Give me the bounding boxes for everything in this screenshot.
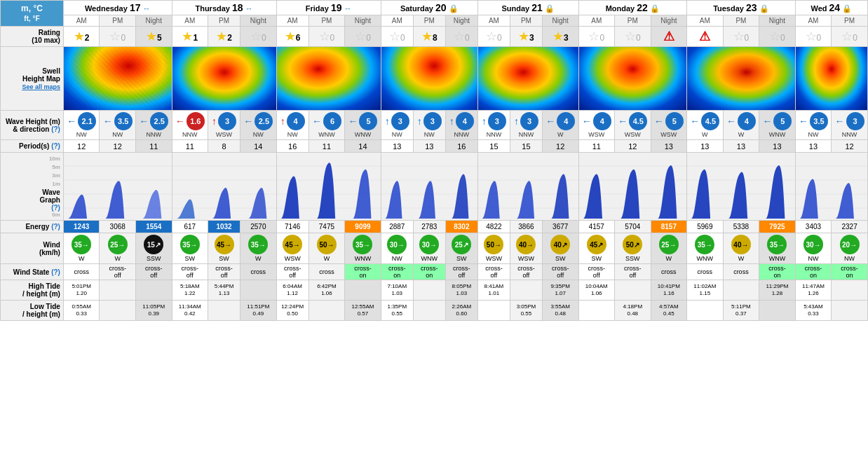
wave-graph-sat20 [381,153,477,221]
ht-mon22-pm [615,280,651,301]
wind-sat20-night: 25↗ SW [445,233,477,264]
lt-thu18-pm [208,301,240,321]
metric-unit: m, °C [21,4,43,13]
ws-wed24-am: cross-on [795,264,832,280]
energy-wed24-pm: 2327 [832,221,868,233]
period-sun21-pm-val: 15 [510,140,542,153]
period-mon22-night: Night [651,15,687,27]
wave-graph-help[interactable]: (?) [51,204,60,212]
period-help[interactable]: (?) [51,142,60,150]
energy-wed24-am: 3403 [795,221,832,233]
energy-wed17-pm: 3068 [100,221,136,233]
period-thu18-night: Night [240,15,277,27]
energy-row: Energy (?) 1243 3068 1554 617 1032 2570 … [1,221,868,233]
day-sat20: Saturday 20 🔒 [381,1,477,15]
lt-wed17-night: 11:05PM0.39 [135,301,172,321]
day-fri19: Friday 19 ↔ [276,1,381,15]
period-wed17-am-val: 12 [63,140,100,153]
wave-graph-thu18 [172,153,276,221]
ws-mon22-am: cross-off [578,264,615,280]
swell-map-wed17[interactable] [63,47,172,111]
swell-map-fri19[interactable] [276,47,381,111]
wind-state-help[interactable]: (?) [51,268,60,276]
ws-mon22-pm: cross-off [615,264,651,280]
ht-sun21-am: 8:41AM1.01 [477,280,510,301]
high-tide-label: High Tide/ height (m) [1,280,64,301]
ht-wed17-pm [100,280,136,301]
ws-fri19-pm: cross [308,264,345,280]
low-tide-label: Low Tide/ height (m) [1,301,64,321]
ws-thu18-am: cross-off [172,264,208,280]
ws-wed24-pm: cross-on [832,264,868,280]
wind-mon22-am: 45↗ SW [578,233,615,264]
wave-svg-wed17 [64,159,172,219]
ws-wed17-night: cross-off [135,264,172,280]
expand-icon-wed17[interactable]: ↔ [143,4,151,13]
lock-icon-wed24: 🔒 [842,4,852,13]
ws-mon22-night: cross [651,264,687,280]
expand-icon-thu18[interactable]: ↔ [245,4,253,13]
ht-thu18-night [240,280,277,301]
wind-fri19-pm: 50→ W [308,233,345,264]
lt-tue23-am [687,301,724,321]
wind-mon22-night: 25→ W [651,233,687,264]
period-sun21-night: Night [542,15,578,27]
wave-graph-fri19 [276,153,381,221]
energy-help[interactable]: (?) [51,223,60,231]
lt-wed24-am: 5:43AM0.33 [795,301,832,321]
period-tue23-night: Night [759,15,796,27]
lt-wed24-pm [832,301,868,321]
period-fri19-pm: PM [308,15,345,27]
wave-wed24-am: ← 3.5 NW [795,111,832,140]
period-label: Period(s) (?) [1,140,64,153]
wave-svg-thu18 [172,159,276,219]
wind-tue23-am: 35→ WNW [687,233,724,264]
ws-sat20-am: cross-on [381,264,413,280]
period-tue23-night-val: 13 [759,140,796,153]
lt-wed17-pm [100,301,136,321]
period-row: Period(s) (?) 12 12 11 11 8 14 16 11 14 … [1,140,868,153]
period-sat20-pm: PM [413,15,445,27]
wave-sun21-pm: ↑ 3 NNW [510,111,542,140]
ht-mon22-am: 10:04AM1.06 [578,280,615,301]
swell-map-tue23[interactable] [687,47,796,111]
wave-height-help[interactable]: (?) [51,125,60,133]
expand-icon-fri19[interactable]: ↔ [344,4,352,13]
period-header-row: AM PM Night AM PM Night AM PM Night AM P… [1,15,868,27]
wind-tue23-pm: 40→ W [723,233,759,264]
rating-tue23-pm: ☆0 [723,27,759,47]
wind-row: Wind(km/h) 35→ W 25→ W 15↗ SSW [1,233,868,264]
energy-fri19-am: 7146 [276,221,308,233]
energy-sun21-night: 3677 [542,221,578,233]
ws-sun21-night: cross-off [542,264,578,280]
ht-wed24-am: 11:47AM1.26 [795,280,832,301]
ws-tue23-night: cross-on [759,264,796,280]
ht-thu18-pm: 5:44PM1.13 [208,280,240,301]
swell-map-wed24[interactable] [795,47,867,111]
energy-thu18-pm: 1032 [208,221,240,233]
swell-map-thu18[interactable] [172,47,276,111]
period-sun21-pm: PM [510,15,542,27]
swell-map-sun21[interactable] [477,47,578,111]
wind-wed24-am: 30→ NW [795,233,832,264]
wind-sun21-night: 40↗ SW [542,233,578,264]
lt-fri19-am: 12:24PM0.50 [276,301,308,321]
wave-mon22-pm: ← 4.5 WSW [615,111,651,140]
period-fri19-am-val: 16 [276,140,308,153]
period-thu18-am: AM [172,15,208,27]
wave-thu18-am: ← 1.6 NNW [172,111,208,140]
rating-sun21-pm: ★3 [510,27,542,47]
swell-map-sat20[interactable] [381,47,477,111]
unit-label: m, °C ft, °F [1,1,64,27]
ws-sun21-pm: cross-off [510,264,542,280]
period-wed17-pm: PM [100,15,136,27]
lt-mon22-pm: 4:18PM0.48 [615,301,651,321]
period-wed24-am: AM [795,15,832,27]
rating-wed17-night: ★5 [135,27,172,47]
lt-tue23-pm: 5:11PM0.37 [723,301,759,321]
period-tue23-am: AM [687,15,724,27]
rating-fri19-pm: ☆0 [308,27,345,47]
period-mon22-am-val: 11 [578,140,615,153]
see-all-maps-link[interactable]: See all maps [22,83,60,90]
swell-map-mon22[interactable] [578,47,687,111]
